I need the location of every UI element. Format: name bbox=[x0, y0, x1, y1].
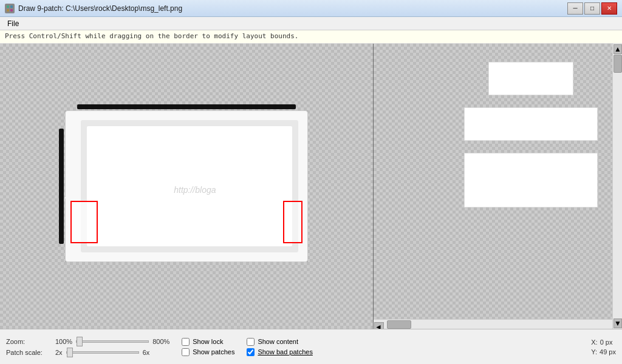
coords-section: X: 0 px Y: 49 px bbox=[591, 339, 616, 356]
checkboxes-section-2: Show content Show bad patches bbox=[247, 338, 313, 356]
canvas-panel[interactable]: http://bloga bbox=[0, 44, 374, 329]
maximize-button[interactable]: □ bbox=[584, 2, 600, 15]
svg-rect-2 bbox=[7, 9, 9, 12]
zoom-slider[interactable] bbox=[76, 340, 149, 343]
show-lock-label[interactable]: Show lock bbox=[193, 338, 223, 345]
bubble-content bbox=[87, 126, 292, 246]
message-bubble bbox=[65, 110, 308, 262]
x-label: X: bbox=[591, 339, 597, 346]
patch-scale-row: Patch scale: 2x 6x bbox=[6, 349, 169, 356]
show-bad-patches-checkbox[interactable] bbox=[247, 348, 255, 356]
svg-rect-3 bbox=[10, 9, 13, 12]
status-bar: Zoom: 100% 800% Patch scale: 2x 6x Show … bbox=[0, 329, 622, 364]
bad-patch-right bbox=[283, 201, 302, 243]
zoom-label: Zoom: bbox=[6, 338, 52, 345]
preview-bubble-small bbox=[488, 62, 573, 95]
nine-patch-editor: http://bloga bbox=[59, 104, 314, 268]
scroll-thumb-horizontal[interactable] bbox=[387, 320, 411, 329]
show-bad-patches-row: Show bad patches bbox=[247, 348, 313, 356]
info-bar: Press Control/Shift while dragging on th… bbox=[0, 30, 622, 44]
show-patches-label[interactable]: Show patches bbox=[193, 348, 234, 356]
x-coord-row: X: 0 px bbox=[591, 339, 616, 346]
patch-scale-label: Patch scale: bbox=[6, 349, 52, 356]
show-content-label[interactable]: Show content bbox=[258, 338, 298, 345]
app-icon bbox=[5, 4, 15, 13]
svg-rect-1 bbox=[10, 5, 13, 8]
patch-scale-max-label: 6x bbox=[143, 349, 150, 356]
title-bar: Draw 9-patch: C:\Users\rock\Desktop\msg_… bbox=[0, 0, 622, 17]
top-patch-line[interactable] bbox=[77, 104, 296, 109]
bad-patch-left bbox=[70, 201, 98, 243]
x-value: 0 px bbox=[600, 339, 613, 346]
left-patch-line[interactable] bbox=[59, 129, 64, 244]
right-scrollbar[interactable]: ▲ ▼ bbox=[612, 44, 622, 329]
patch-scale-min-label: 2x bbox=[55, 349, 63, 356]
preview-checker bbox=[374, 44, 622, 329]
zoom-max-label: 800% bbox=[152, 338, 169, 345]
checkboxes-section: Show lock Show patches bbox=[182, 338, 234, 356]
minimize-button[interactable]: ─ bbox=[567, 2, 583, 15]
show-lock-row: Show lock bbox=[182, 338, 234, 346]
file-menu[interactable]: File bbox=[2, 18, 24, 29]
menu-bar: File bbox=[0, 17, 622, 30]
show-content-checkbox[interactable] bbox=[247, 338, 255, 346]
show-patches-checkbox[interactable] bbox=[182, 348, 190, 356]
preview-panel[interactable]: ▲ ▼ ◄ bbox=[374, 44, 622, 329]
scroll-up-button[interactable]: ▲ bbox=[613, 44, 622, 54]
y-label: Y: bbox=[591, 348, 597, 356]
close-button[interactable]: ✕ bbox=[601, 2, 617, 15]
scroll-down-button[interactable]: ▼ bbox=[613, 318, 622, 328]
show-content-row: Show content bbox=[247, 338, 313, 346]
window-controls: ─ □ ✕ bbox=[567, 2, 617, 15]
zoom-slider-row: Zoom: 100% 800% bbox=[6, 338, 169, 345]
scroll-thumb-vertical[interactable] bbox=[613, 55, 622, 73]
zoom-section: Zoom: 100% 800% Patch scale: 2x 6x bbox=[6, 338, 169, 356]
y-value: 49 px bbox=[600, 348, 616, 356]
zoom-min-label: 100% bbox=[55, 338, 72, 345]
info-message: Press Control/Shift while dragging on th… bbox=[5, 32, 298, 40]
show-patches-row: Show patches bbox=[182, 348, 234, 356]
window-title: Draw 9-patch: C:\Users\rock\Desktop\msg_… bbox=[18, 4, 567, 13]
y-coord-row: Y: 49 px bbox=[591, 348, 616, 356]
preview-bubble-medium bbox=[464, 107, 598, 141]
main-area: http://bloga ▲ ▼ ◄ bbox=[0, 44, 622, 329]
svg-rect-0 bbox=[7, 5, 9, 8]
bottom-scrollbar[interactable]: ◄ bbox=[374, 319, 612, 329]
show-lock-checkbox[interactable] bbox=[182, 338, 190, 346]
scroll-left-button[interactable]: ◄ bbox=[374, 322, 384, 329]
preview-bubble-large bbox=[464, 153, 598, 207]
patch-scale-slider[interactable] bbox=[66, 351, 139, 354]
show-bad-patches-label[interactable]: Show bad patches bbox=[258, 348, 313, 356]
